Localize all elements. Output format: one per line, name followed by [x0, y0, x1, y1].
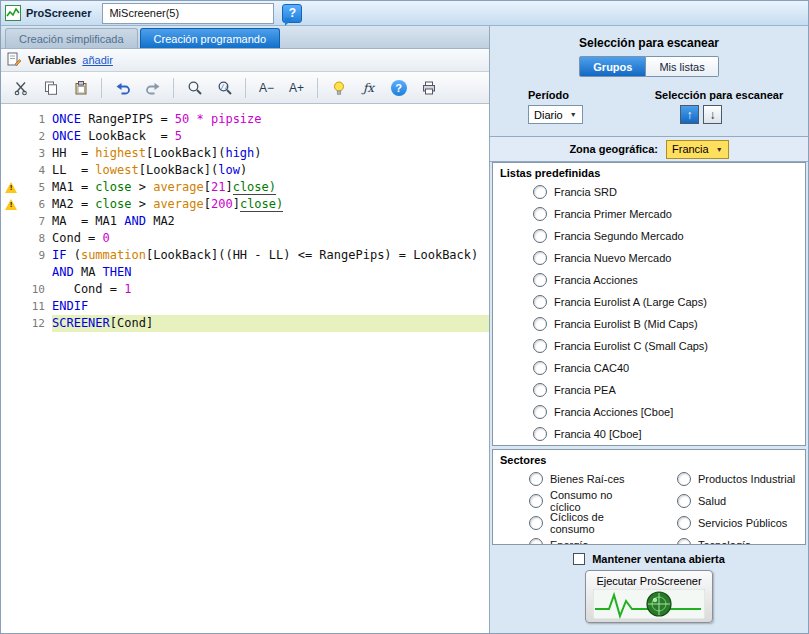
- radio-option[interactable]: Servicios Públicos: [641, 512, 805, 534]
- radio-option[interactable]: Salud: [641, 490, 805, 512]
- code-line[interactable]: AND MA THEN: [1, 264, 489, 281]
- proscreener-window: ProScreener MiScreener(5) ? Creación sim…: [0, 0, 809, 634]
- cut-button[interactable]: [7, 75, 34, 101]
- radio-icon: [677, 472, 691, 486]
- radio-option[interactable]: Francia Acciones [Cboe]: [493, 401, 805, 423]
- radio-icon: [533, 207, 547, 221]
- code-lines[interactable]: 1ONCE RangePIPS = 50 * pipsize2ONCE Look…: [1, 104, 489, 634]
- magnifier-icon: [187, 80, 203, 96]
- print-button[interactable]: [415, 75, 442, 101]
- radio-option[interactable]: Francia SRD: [493, 181, 805, 203]
- redo-button[interactable]: [139, 75, 166, 101]
- radio-option[interactable]: Francia Primer Mercado: [493, 203, 805, 225]
- radio-icon: [533, 295, 547, 309]
- screener-name: MiScreener(5): [109, 7, 179, 19]
- code-line[interactable]: 2ONCE LookBack = 5: [1, 128, 489, 145]
- radio-option[interactable]: Francia Eurolist A (Large Caps): [493, 291, 805, 313]
- functions-button[interactable]: ƒx: [355, 75, 382, 101]
- code-text: MA = MA1 AND MA2: [52, 213, 489, 230]
- code-line[interactable]: 9IF (summation[LookBack]((HH - LL) <= Ra…: [1, 247, 489, 264]
- main-area: Creación simplificada Creación programan…: [1, 26, 808, 634]
- predefined-lists-title: Listas predefinidas: [493, 163, 805, 181]
- code-line[interactable]: 1ONCE RangePIPS = 50 * pipsize: [1, 111, 489, 128]
- move-up-button[interactable]: ↑: [680, 105, 699, 124]
- screener-name-tab[interactable]: MiScreener(5): [102, 3, 274, 24]
- tab-creacion-programando[interactable]: Creación programando: [140, 28, 281, 48]
- editor-tabs: Creación simplificada Creación programan…: [1, 26, 489, 49]
- variables-icon: [6, 51, 22, 69]
- keep-open-checkbox[interactable]: [573, 553, 585, 565]
- paste-button[interactable]: [67, 75, 94, 101]
- add-variable-link[interactable]: añadir: [82, 54, 113, 66]
- code-line[interactable]: 7MA = MA1 AND MA2: [1, 213, 489, 230]
- radio-option[interactable]: Bienes Raí-ces: [493, 468, 641, 490]
- radio-option[interactable]: Productos Industrial: [641, 468, 805, 490]
- scan-title: Selección para escanear: [490, 36, 808, 50]
- radio-icon: [529, 538, 543, 545]
- radio-option[interactable]: Francia CAC40: [493, 357, 805, 379]
- code-line[interactable]: !6MA2 = close > average[200]close): [1, 196, 489, 213]
- radio-option[interactable]: Cíclicos de consumo: [493, 512, 641, 534]
- svg-text://: //: [220, 83, 228, 91]
- line-number: 10: [21, 281, 52, 298]
- code-text: SCREENER[Cond]: [52, 315, 489, 332]
- help-bubble-icon[interactable]: ?: [282, 4, 302, 23]
- code-text: AND MA THEN: [52, 264, 489, 281]
- radio-icon: [533, 273, 547, 287]
- title-bar: ProScreener MiScreener(5) ?: [1, 1, 808, 26]
- radio-label: Servicios Públicos: [698, 517, 787, 529]
- up-arrow-icon: ↑: [687, 108, 693, 122]
- radio-option[interactable]: Francia 40 [Cboe]: [493, 423, 805, 445]
- code-line[interactable]: 11ENDIF: [1, 298, 489, 315]
- period-select[interactable]: Diario ▼: [528, 105, 583, 124]
- radio-option[interactable]: Francia Segundo Mercado: [493, 225, 805, 247]
- radio-label: Francia CAC40: [554, 362, 629, 374]
- code-text: MA1 = close > average[21]close): [52, 179, 489, 196]
- radio-label: Francia Acciones [Cboe]: [554, 406, 673, 418]
- code-line[interactable]: 4LL = lowest[LookBack](low): [1, 162, 489, 179]
- run-proscreener-button[interactable]: Ejecutar ProScreener: [585, 570, 713, 623]
- hint-button[interactable]: [325, 75, 352, 101]
- groups-button[interactable]: Grupos: [579, 56, 646, 77]
- period-column: Período Diario ▼: [490, 89, 630, 124]
- radio-icon: [533, 405, 547, 419]
- copy-button[interactable]: [37, 75, 64, 101]
- radio-option[interactable]: Francia Eurolist B (Mid Caps): [493, 313, 805, 335]
- radio-icon: [677, 538, 691, 545]
- code-line[interactable]: 10 Cond = 1: [1, 281, 489, 298]
- radio-option[interactable]: Francia Nuevo Mercado: [493, 247, 805, 269]
- keep-open-label: Mantener ventana abierta: [592, 553, 725, 565]
- radio-icon: [533, 251, 547, 265]
- warning-spacer: [1, 247, 21, 264]
- radio-option[interactable]: Consumo no cíclico: [493, 490, 641, 512]
- editor-help-button[interactable]: ?: [385, 75, 412, 101]
- radio-option[interactable]: Francia PEA: [493, 379, 805, 401]
- comment-button[interactable]: //: [211, 75, 238, 101]
- move-down-button[interactable]: ↓: [703, 105, 722, 124]
- code-line[interactable]: 8Cond = 0: [1, 230, 489, 247]
- radio-option[interactable]: Energía: [493, 534, 641, 545]
- tab-creacion-simplificada[interactable]: Creación simplificada: [5, 28, 138, 48]
- radio-label: Cíclicos de consumo: [550, 511, 641, 535]
- zoom-button[interactable]: [181, 75, 208, 101]
- editor-panel: Creación simplificada Creación programan…: [1, 26, 490, 634]
- line-number: 4: [21, 162, 52, 179]
- radio-option[interactable]: Francia Eurolist C (Small Caps): [493, 335, 805, 357]
- radio-option[interactable]: Francia Acciones: [493, 269, 805, 291]
- font-decrease-button[interactable]: A−: [253, 75, 280, 101]
- radio-icon: [533, 185, 547, 199]
- warning-spacer: [1, 145, 21, 162]
- radio-icon: [529, 494, 543, 508]
- font-increase-button[interactable]: A+: [283, 75, 310, 101]
- my-lists-button[interactable]: Mis listas: [646, 56, 718, 77]
- radio-option[interactable]: Tecnología: [641, 534, 805, 545]
- code-line[interactable]: 12SCREENER[Cond]: [1, 315, 489, 332]
- code-line[interactable]: 3HH = highest[LookBack](high): [1, 145, 489, 162]
- chevron-down-icon: ▼: [716, 146, 723, 153]
- line-number: 3: [21, 145, 52, 162]
- copy-icon: [43, 80, 59, 96]
- zone-select[interactable]: Francia ▼: [666, 140, 729, 159]
- code-line[interactable]: !5MA1 = close > average[21]close): [1, 179, 489, 196]
- undo-button[interactable]: [109, 75, 136, 101]
- editor-toolbar: // A− A+ ƒx ?: [1, 72, 489, 104]
